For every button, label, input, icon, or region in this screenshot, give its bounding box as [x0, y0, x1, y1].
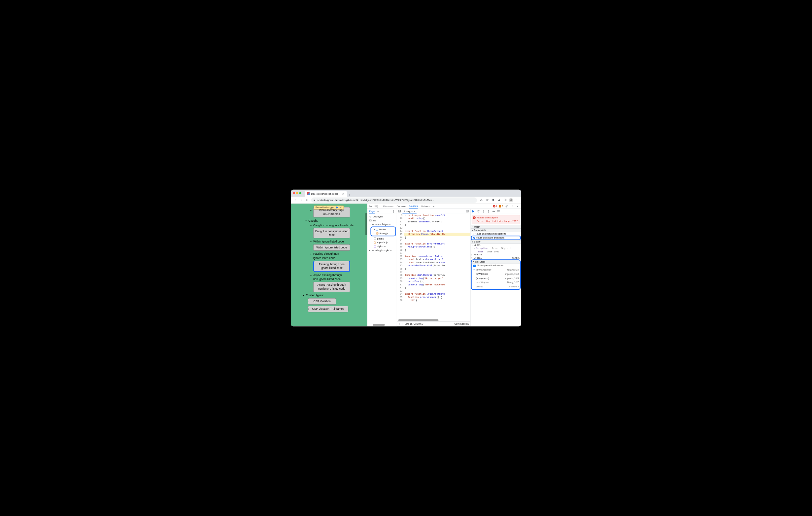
call-frame[interactable]: ➔throwExceptionlibrary.js:15: [472, 268, 520, 272]
show-ignore-listed-row[interactable]: Show ignore-listed frames: [472, 264, 520, 268]
code-line-11[interactable]: 11 element.innerHTML = text;: [397, 220, 470, 224]
tree-host[interactable]: ▼☁devtools-ignore...: [367, 222, 397, 226]
pill-step-button[interactable]: [339, 206, 343, 209]
code-line-12[interactable]: 12}: [397, 223, 470, 227]
csp-violation-all-button[interactable]: CSP Violation - All frames: [308, 306, 348, 312]
editor-expand-icon[interactable]: [466, 210, 469, 213]
nav-tab-page[interactable]: Page: [369, 209, 375, 214]
caught-btn-4[interactable]: Async Passing through non ignore listed …: [313, 282, 350, 292]
settings-icon[interactable]: [505, 204, 509, 208]
close-file-icon[interactable]: ✕: [414, 210, 415, 212]
minimize-window-button[interactable]: [296, 192, 298, 194]
code-line-21[interactable]: 21: [397, 252, 470, 255]
tab-console[interactable]: Console: [397, 204, 406, 209]
code-line-14[interactable]: 14export function throwExcepti: [397, 230, 470, 233]
tree-deployed[interactable]: Deployed: [367, 215, 397, 219]
browser-tab[interactable]: DevTools ignore list stories ✕: [305, 191, 347, 196]
side-panel-button[interactable]: [503, 198, 508, 203]
code-scrollbar[interactable]: [398, 320, 439, 321]
editor-collapse-icon[interactable]: [398, 210, 401, 213]
tree-top[interactable]: top: [367, 218, 397, 222]
code-line-19[interactable]: 19 Map.prototype.set();: [397, 245, 470, 249]
tab-network[interactable]: Network: [421, 204, 430, 209]
step-button[interactable]: [492, 210, 495, 213]
scope-global[interactable]: ▶GlobalWindow: [471, 256, 521, 260]
back-button[interactable]: [293, 198, 298, 203]
editor-file-tab[interactable]: library.js ✕: [402, 209, 416, 214]
code-line-35[interactable]: 35 function errorWrapper() {: [397, 296, 470, 299]
tree-library-js[interactable]: library.js: [371, 231, 396, 235]
watch-section[interactable]: ▶Watch: [471, 225, 521, 229]
code-line-32[interactable]: 32}: [397, 286, 470, 290]
code-line-9[interactable]: 9export async function unsafeS: [397, 214, 470, 217]
tree-mycode-js[interactable]: mycode.js: [367, 241, 397, 244]
code-line-31[interactable]: 31 console.log('Never happened: [397, 283, 470, 286]
caught-btn-3[interactable]: Passing through non ignore listed code: [313, 261, 350, 272]
zoom-window-button[interactable]: [299, 192, 301, 194]
code-area[interactable]: 9export async function unsafeS10 await d…: [397, 214, 470, 321]
devtools-close-icon[interactable]: ✕: [516, 204, 520, 208]
code-line-30[interactable]: 30 errorFunc();: [397, 280, 470, 283]
code-line-26[interactable]: 26}: [397, 268, 470, 271]
code-line-16[interactable]: 16}: [397, 236, 470, 239]
code-line-20[interactable]: 20}: [397, 248, 470, 252]
reload-button[interactable]: [304, 198, 310, 203]
code-line-29[interactable]: 29 console.log('No error yet': [397, 277, 470, 280]
kebab-menu-button[interactable]: [515, 198, 520, 203]
code-line-13[interactable]: 13: [397, 227, 470, 230]
step-into-button[interactable]: [482, 210, 485, 213]
pretty-print-icon[interactable]: { }: [399, 323, 403, 325]
bookmark-button[interactable]: [485, 198, 490, 203]
devtools-kebab-icon[interactable]: [510, 204, 514, 208]
tree-hidden-folder[interactable]: ▼hidden: [371, 227, 396, 232]
inspect-icon[interactable]: [369, 204, 373, 208]
scope-section[interactable]: ▼Scope: [471, 240, 521, 244]
code-line-10[interactable]: 10 await delay();: [397, 217, 470, 220]
error-badge[interactable]: ✕1: [493, 205, 497, 207]
close-window-button[interactable]: [293, 192, 295, 194]
code-line-25[interactable]: 25 unsafeSetInnerHtml(insertio: [397, 264, 470, 268]
labs-button[interactable]: [497, 198, 502, 203]
caught-btn-2[interactable]: Within ignore listed code: [313, 244, 350, 251]
code-line-23[interactable]: 23 const text = document.getE: [397, 258, 470, 261]
nav-scrollbar[interactable]: [373, 324, 385, 326]
tab-sources[interactable]: Sources: [409, 204, 417, 209]
pause-uncaught-row[interactable]: Pause on uncaught exceptions: [471, 232, 521, 236]
resume-button[interactable]: [472, 210, 475, 213]
show-ignore-listed-checkbox[interactable]: [473, 265, 476, 267]
code-line-33[interactable]: 33: [397, 289, 470, 293]
step-out-button[interactable]: [487, 210, 490, 213]
close-tab-button[interactable]: ✕: [342, 192, 345, 195]
scope-exception[interactable]: ▶Exception: Error: Why did t: [471, 247, 521, 250]
nav-kebab-icon[interactable]: ⋮: [393, 210, 395, 212]
pill-resume-button[interactable]: [336, 206, 339, 209]
share-button[interactable]: [478, 198, 484, 203]
tree-style-css[interactable]: style.css: [367, 244, 397, 248]
call-frame[interactable]: (anonymous)mycode.js:89: [472, 276, 520, 280]
call-frame[interactable]: doWithErrormycode.js:18: [472, 272, 520, 276]
new-tab-button[interactable]: ＋: [348, 193, 351, 196]
code-line-18[interactable]: 18export function errorFromRunt: [397, 242, 470, 245]
profile-button[interactable]: [509, 198, 514, 203]
breakpoints-section[interactable]: ▼Breakpoints: [471, 229, 521, 232]
code-line-34[interactable]: 34export function wrapErrorHand: [397, 293, 470, 296]
step-over-button[interactable]: [476, 210, 480, 213]
code-line-17[interactable]: 17: [397, 239, 470, 242]
code-line-28[interactable]: 28function doWithError(errorFun: [397, 274, 470, 277]
scope-module[interactable]: ▶Module: [471, 253, 521, 256]
nav-more-icon[interactable]: »: [377, 210, 379, 212]
caught-btn-1[interactable]: Caught in non ignore listed code: [313, 228, 350, 238]
tab-elements[interactable]: Elements: [383, 204, 394, 209]
code-line-15[interactable]: 15 throw new Error('Why did th: [397, 233, 470, 236]
code-line-27[interactable]: 27: [397, 271, 470, 274]
code-line-24[interactable]: 24 const insertionPoint = docu: [397, 261, 470, 265]
tabs-overflow-button[interactable]: ⌄: [516, 192, 518, 195]
code-line-22[interactable]: 22function ignoredcspviolation: [397, 255, 470, 258]
scope-local[interactable]: ▼Local: [471, 244, 521, 247]
extensions-button[interactable]: [491, 198, 496, 203]
pause-caught-checkbox[interactable]: [473, 237, 475, 239]
warning-badge[interactable]: !2: [499, 205, 503, 207]
tree-index[interactable]: (index): [367, 237, 397, 241]
code-line-36[interactable]: 36 try {: [397, 299, 470, 302]
address-bar[interactable]: devtools-ignore-list-stories.glitch.me/#…: [311, 197, 477, 203]
